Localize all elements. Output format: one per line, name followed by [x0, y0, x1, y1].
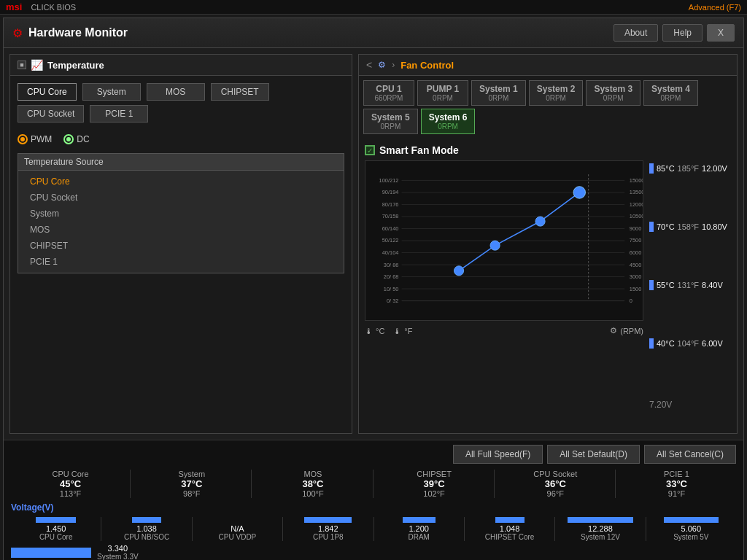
fan-control-header: < ⚙ › Fan Control [359, 55, 737, 76]
fan-tab-cpu1-rpm: 660RPM [371, 94, 406, 102]
voltage-ref-85c: 85°C 185°F 12.00V [649, 163, 731, 174]
chart-wrapper: 100/212 90/194 80/176 70/158 60/140 50/1… [365, 160, 731, 427]
svg-text:10/ 50: 10/ 50 [384, 286, 399, 292]
voltage-section: Voltage(V) 1.450 CPU Core 1.038 CPU NB/S… [11, 502, 736, 560]
temp-70c: 70°C [657, 222, 675, 231]
fan-tab-cpu1[interactable]: CPU 1 660RPM [363, 80, 414, 106]
svg-text:12000: 12000 [630, 201, 643, 208]
volt-item-system-12v: 12.288 System 12V [555, 517, 646, 541]
svg-text:3000: 3000 [630, 273, 642, 280]
svg-point-35 [535, 217, 545, 226]
fan-tab-pump1-rpm: 0RPM [425, 94, 460, 102]
hardware-monitor-icon: ⚙ [12, 26, 23, 40]
svg-text:80/176: 80/176 [382, 201, 399, 208]
svg-text:90/194: 90/194 [382, 189, 399, 195]
bottom-bar: All Full Speed(F) All Set Default(D) All… [4, 440, 743, 560]
dc-radio[interactable]: DC [63, 134, 89, 144]
all-set-default-button[interactable]: All Set Default(D) [547, 445, 640, 464]
chart-title-row: ✓ Smart Fan Mode [365, 144, 731, 156]
all-full-speed-button[interactable]: All Full Speed(F) [453, 445, 543, 464]
help-button[interactable]: Help [662, 24, 703, 42]
temp-reading-cpu-core: CPU Core 45°C 113°F [11, 470, 131, 498]
temp-source-dropdown[interactable]: Temperature Source CPU Core CPU Socket S… [18, 153, 344, 273]
temp-source-mos[interactable]: MOS [18, 222, 344, 238]
svg-text:20/ 68: 20/ 68 [384, 273, 399, 280]
temp-source-system[interactable]: System [18, 206, 344, 222]
advanced-mode-label: Advanced (F7) [689, 3, 741, 12]
svg-text:6000: 6000 [630, 249, 642, 256]
temperature-checkbox[interactable]: ■ [18, 61, 26, 69]
fan-tab-system4-rpm: 0RPM [651, 94, 690, 102]
svg-text:50/122: 50/122 [382, 237, 399, 244]
fan-tab-system2-name: System 2 [537, 84, 576, 94]
volt-item-cpu-nb-soc: 1.038 CPU NB/SOC [101, 517, 192, 541]
temp-85c: 85°C [657, 164, 675, 173]
temp-btn-cpu-core[interactable]: CPU Core [18, 83, 77, 101]
mode-selector: PWM DC [10, 130, 352, 149]
temp-source-cpu-core[interactable]: CPU Core [18, 174, 344, 190]
voltage-bar-70c [649, 222, 654, 232]
rpm-unit: ⚙ (RPM) [610, 326, 643, 335]
fan-tab-system2[interactable]: System 2 0RPM [529, 80, 584, 106]
svg-text:0/ 32: 0/ 32 [387, 298, 399, 304]
fan-tab-system5-rpm: 0RPM [371, 122, 410, 131]
fan-tabs: CPU 1 660RPM PUMP 1 0RPM System 1 0RPM S… [359, 76, 737, 139]
voltage-section-title: Voltage(V) [11, 502, 736, 513]
fan-tab-system6[interactable]: System 6 0RPM [421, 109, 476, 134]
temp-btn-cpu-socket[interactable]: CPU Socket [18, 105, 84, 122]
fan-tab-system5[interactable]: System 5 0RPM [363, 109, 418, 134]
close-button[interactable]: X [707, 24, 735, 42]
temp-reading-cpu-socket: CPU Socket 36°C 96°F [496, 470, 616, 498]
celsius-unit: 🌡 °C [365, 327, 384, 335]
all-set-cancel-button[interactable]: All Set Cancel(C) [644, 445, 736, 464]
thermometer-f-icon: 🌡 [393, 327, 401, 335]
fan-tab-system3-name: System 3 [594, 84, 632, 94]
about-button[interactable]: About [614, 24, 658, 42]
fan-tab-pump1[interactable]: PUMP 1 0RPM [417, 80, 468, 106]
volt-item-cpu-vddp: N/A CPU VDDP [193, 517, 283, 541]
svg-text:30/ 86: 30/ 86 [384, 262, 399, 268]
pwm-radio[interactable]: PWM [18, 134, 52, 144]
volt-item-dram: 1.200 DRAM [374, 517, 465, 541]
fan-tab-system4[interactable]: System 4 0RPM [643, 80, 698, 106]
fan-tab-system6-name: System 6 [429, 112, 468, 122]
chart-canvas[interactable]: 100/212 90/194 80/176 70/158 60/140 50/1… [365, 160, 643, 427]
dc-label: DC [77, 134, 89, 144]
temp-158f: 158°F [678, 222, 699, 231]
svg-text:1500: 1500 [630, 286, 642, 292]
temp-btn-pcie1[interactable]: PCIE 1 [90, 105, 148, 122]
fan-tab-system1[interactable]: System 1 0RPM [471, 80, 526, 106]
fan-tab-system2-rpm: 0RPM [537, 94, 576, 102]
temp-btn-row-1: CPU Core System MOS CHIPSET [18, 83, 344, 101]
temp-source-cpu-socket[interactable]: CPU Socket [18, 190, 344, 206]
temp-source-header: Temperature Source [18, 154, 344, 171]
svg-point-36 [573, 187, 586, 199]
temp-btn-chipset[interactable]: CHIPSET [211, 83, 269, 101]
fan-icon: ⚙ [378, 60, 386, 70]
smart-mode-checkbox[interactable]: ✓ [365, 145, 375, 155]
svg-point-34 [490, 241, 500, 250]
title-bar: ⚙ Hardware Monitor About Help X [4, 18, 743, 48]
svg-text:100/212: 100/212 [379, 177, 399, 184]
dc-radio-circle [63, 134, 74, 144]
fan-tab-system3[interactable]: System 3 0RPM [586, 80, 640, 106]
thermometer-icon: 🌡 [365, 327, 373, 335]
brand-logo: msi [6, 1, 22, 12]
temp-104f: 104°F [678, 339, 699, 348]
fan-tab-system6-rpm: 0RPM [429, 122, 468, 131]
temp-btn-mos[interactable]: MOS [147, 83, 205, 101]
volt-bar-dram [403, 517, 436, 523]
voltage-reference-panel: 85°C 185°F 12.00V 70°C 158°F 10.80V [643, 160, 731, 427]
voltage-ref-55c: 55°C 131°F 8.40V [649, 280, 731, 290]
svg-text:70/158: 70/158 [382, 213, 399, 219]
volt-12v: 12.00V [702, 164, 727, 173]
temp-131f: 131°F [678, 281, 699, 289]
fan-chart-svg: 100/212 90/194 80/176 70/158 60/140 50/1… [365, 160, 643, 321]
temp-source-pcie1[interactable]: PCIE 1 [18, 254, 344, 270]
volt-bar-cpu-vddp [222, 517, 252, 523]
temp-source-chipset[interactable]: CHIPSET [18, 238, 344, 254]
back-arrow-icon[interactable]: < [366, 59, 372, 71]
temperature-panel-title: Temperature [47, 60, 104, 71]
volt-item-chipset-core: 1.048 CHIPSET Core [465, 517, 555, 541]
temp-btn-system[interactable]: System [82, 83, 141, 101]
